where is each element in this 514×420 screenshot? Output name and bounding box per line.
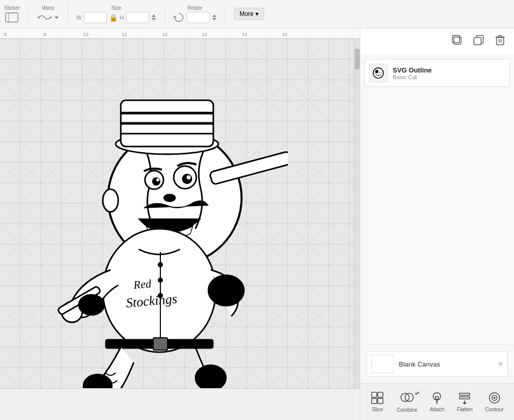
- mascot-svg: Red Stockings: [31, 54, 288, 388]
- svg-rect-55: [372, 398, 377, 404]
- layer-info: SVG Outline Basic Cut: [393, 66, 505, 80]
- svg-marker-9: [212, 18, 216, 21]
- svg-point-35: [208, 275, 244, 306]
- svg-point-27: [158, 278, 163, 283]
- rotate-icon: [173, 12, 185, 23]
- divider-4: [225, 5, 226, 23]
- more-caret-icon: ▾: [255, 10, 259, 17]
- svg-point-20: [156, 178, 159, 181]
- mascot-container: Red Stockings: [31, 54, 314, 389]
- warp-icon: [37, 12, 52, 23]
- contour-button[interactable]: Contour: [481, 389, 508, 414]
- delete-button[interactable]: [492, 32, 508, 50]
- divider-2: [68, 5, 68, 23]
- attach-label: Attach: [430, 407, 444, 412]
- toolbar: Sticker Warp Size W 🔒 H: [0, 0, 514, 28]
- svg-marker-7: [173, 15, 177, 17]
- more-button[interactable]: More ▾: [234, 8, 264, 20]
- width-input[interactable]: [84, 12, 107, 23]
- svg-marker-8: [212, 14, 216, 17]
- layer-thumbnail: [369, 64, 388, 82]
- canvas-scrollbar[interactable]: [354, 39, 360, 389]
- right-panel: Layers Color Sync ✕: [360, 0, 514, 420]
- lock-icon: 🔒: [109, 13, 118, 22]
- blank-canvas-item[interactable]: Blank Canvas ✕: [366, 351, 508, 377]
- svg-marker-5: [152, 14, 156, 17]
- svg-rect-0: [6, 13, 18, 22]
- svg-marker-4: [54, 16, 59, 19]
- contour-label: Contour: [485, 407, 504, 412]
- svg-rect-61: [460, 397, 470, 399]
- blank-canvas-label: Blank Canvas: [399, 360, 440, 368]
- sticker-label: Sticker: [4, 5, 20, 11]
- combine-caret-icon[interactable]: ▼: [416, 391, 420, 395]
- svg-point-22: [163, 194, 176, 202]
- svg-point-21: [187, 175, 191, 179]
- copy-button[interactable]: [471, 32, 486, 50]
- ruler-mark-8: 8: [4, 32, 7, 37]
- svg-marker-2: [38, 16, 39, 19]
- svg-point-51: [375, 70, 378, 73]
- combine-wrap: Combine ▼: [393, 389, 421, 415]
- layer-type: Basic Cut: [393, 74, 505, 80]
- rotate-input[interactable]: [187, 12, 210, 23]
- svg-point-19: [182, 174, 192, 184]
- slice-label: Slice: [372, 407, 383, 412]
- svg-point-41: [79, 295, 104, 315]
- svg-rect-32: [153, 338, 168, 350]
- divider-3: [164, 5, 165, 23]
- panel-toolbar: [360, 28, 514, 55]
- svg-marker-63: [463, 403, 467, 405]
- combine-icon: [400, 391, 414, 404]
- flatten-label: Flatten: [457, 407, 473, 412]
- height-input[interactable]: [126, 12, 149, 23]
- w-label: W: [77, 14, 82, 21]
- blank-canvas-thumb: [371, 355, 394, 373]
- divider-1: [28, 5, 29, 23]
- scrollbar-thumb[interactable]: [355, 49, 360, 69]
- ruler-top: 8 9 10 11 12 13 14 15: [0, 28, 360, 39]
- svg-rect-43: [454, 37, 461, 44]
- layer-name: SVG Outline: [393, 66, 505, 74]
- duplicate-button[interactable]: [449, 32, 465, 50]
- layer-item[interactable]: SVG Outline Basic Cut: [364, 59, 510, 87]
- ruler-mark-12: 12: [162, 32, 168, 37]
- blank-canvas-section: Blank Canvas ✕: [360, 344, 514, 383]
- rotate-arrows: [212, 14, 217, 21]
- toolbar-sticker: Sticker: [4, 5, 20, 23]
- contour-icon: [488, 391, 501, 405]
- layer-thumb-svg: [371, 65, 386, 81]
- attach-button[interactable]: Attach: [426, 389, 448, 414]
- svg-rect-46: [497, 38, 504, 45]
- size-arrows: [151, 14, 156, 21]
- warp-caret-icon: [53, 14, 60, 21]
- ruler-mark-13: 13: [202, 32, 207, 37]
- svg-rect-53: [372, 392, 377, 397]
- svg-point-66: [493, 397, 495, 399]
- canvas-area[interactable]: Red Stockings: [0, 39, 360, 389]
- combine-icon-wrap: [400, 391, 414, 405]
- toolbar-warp: Warp: [37, 5, 60, 23]
- svg-text:Red: Red: [133, 277, 152, 291]
- blank-canvas-close[interactable]: ✕: [498, 360, 503, 368]
- attach-icon: [430, 391, 444, 405]
- slice-button[interactable]: Slice: [366, 389, 388, 414]
- svg-point-26: [158, 262, 163, 267]
- h-label: H: [120, 14, 124, 21]
- svg-marker-3: [50, 16, 52, 19]
- delete-icon: [494, 34, 506, 46]
- svg-point-39: [195, 365, 226, 388]
- more-label: More: [240, 10, 253, 17]
- svg-point-18: [152, 177, 160, 186]
- ruler-mark-9: 9: [44, 32, 46, 37]
- size-label: Size: [112, 5, 121, 11]
- svg-point-24: [103, 229, 216, 352]
- ruler-mark-14: 14: [242, 32, 247, 37]
- combine-label: Combine: [397, 407, 417, 413]
- svg-rect-54: [378, 392, 383, 397]
- ruler-mark-11: 11: [122, 32, 127, 37]
- flatten-button[interactable]: Flatten: [453, 389, 477, 414]
- svg-rect-44: [452, 35, 460, 43]
- slice-icon: [371, 391, 384, 405]
- panel-actions: Slice Combine ▼ Attach: [360, 383, 514, 420]
